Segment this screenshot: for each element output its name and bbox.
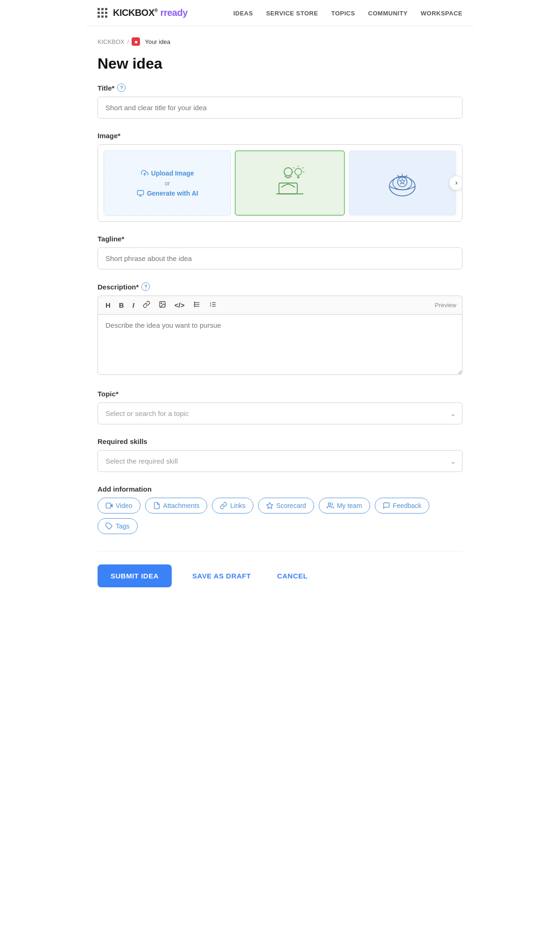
svg-rect-33 [106,503,111,508]
generate-ai-btn[interactable]: Generate with AI [137,190,198,197]
grid-icon[interactable] [98,8,107,18]
svg-point-7 [295,169,302,176]
topic-select[interactable]: Select or search for a topic [98,402,462,424]
info-tag-video[interactable]: Video [98,498,140,514]
info-tag-links[interactable]: Links [212,498,253,514]
toolbar-bold[interactable]: B [117,300,126,310]
brand-logo: KICKBOX® rready [113,7,188,18]
page-content: New idea Title* ? Image* Upload Image [86,46,474,606]
nav-ideas[interactable]: IDEAS [233,10,253,17]
page-title: New idea [98,55,462,72]
tagline-label: Tagline* [98,235,462,243]
svg-line-12 [302,168,303,169]
video-icon [105,502,113,509]
breadcrumb-sep: / [127,38,129,45]
add-info-section: Add information Video Attachments [98,485,462,534]
description-label: Description* ? [98,282,462,291]
toolbar-heading[interactable]: H [104,300,112,310]
attachments-icon [153,502,161,509]
svg-rect-5 [279,183,297,194]
toolbar-image[interactable] [157,300,168,310]
or-text: or [165,180,170,187]
my-team-icon [327,502,334,509]
skills-select[interactable]: Select the required skill [98,450,462,472]
svg-marker-35 [266,502,273,508]
svg-rect-1 [137,190,143,195]
breadcrumb-root[interactable]: KICKBOX [98,38,125,45]
feedback-icon [383,502,390,509]
skills-select-wrapper: Select the required skill ⌄ [98,450,462,472]
image-thumb-2[interactable] [349,150,456,216]
svg-point-23 [161,303,162,304]
toolbar-code[interactable]: </> [173,300,187,310]
toolbar-italic[interactable]: I [131,300,136,310]
tagline-section: Tagline* [98,235,462,269]
preview-btn[interactable]: Preview [435,302,456,309]
info-tag-my-team[interactable]: My team [319,498,370,514]
topic-select-wrapper: Select or search for a topic ⌄ [98,402,462,424]
toolbar-list-ordered[interactable] [207,300,218,310]
hat-illustration [381,164,423,202]
image-section: Image* Upload Image or [98,132,462,222]
info-tag-feedback[interactable]: Feedback [375,498,429,514]
nav-service-store[interactable]: SERVICE STORE [266,10,318,17]
editor-toolbar: H B I </> [98,296,462,314]
skills-label: Required skills [98,437,462,445]
info-tag-scorecard[interactable]: Scorecard [258,498,314,514]
list-ol-icon [209,301,217,308]
navbar: KICKBOX® rready IDEAS SERVICE STORE TOPI… [86,0,474,26]
upload-icon [141,169,148,177]
title-section: Title* ? [98,84,462,119]
nav-workspace[interactable]: WORKSPACE [421,10,462,17]
rready-brand: rready [161,7,188,18]
info-tag-attachments[interactable]: Attachments [145,498,208,514]
svg-point-28 [194,304,195,305]
info-tag-tags[interactable]: Tags [98,518,138,534]
action-bar: SUBMIT IDEA SAVE AS DRAFT CANCEL [98,551,462,587]
your-idea-icon: ■ [132,37,140,46]
carousel-next-btn[interactable] [449,176,462,190]
work-illustration [269,164,311,202]
title-input[interactable] [98,97,462,119]
image-label: Image* [98,132,462,140]
links-icon [220,502,227,509]
toolbar-link[interactable] [141,300,152,310]
link-icon [143,301,150,308]
description-help-icon[interactable]: ? [141,282,150,291]
breadcrumb-current: Your idea [145,38,170,45]
breadcrumb: KICKBOX / ■ Your idea [86,26,474,46]
title-help-icon[interactable]: ? [117,84,126,92]
kickbox-brand: KICKBOX® [113,7,158,18]
add-info-label: Add information [98,485,462,493]
title-label: Title* ? [98,84,462,92]
svg-point-27 [194,302,195,303]
save-draft-button[interactable]: SAVE AS DRAFT [179,564,264,587]
topic-label: Topic* [98,390,462,398]
ai-icon [137,190,144,197]
svg-point-29 [194,306,195,307]
scorecard-icon [266,502,273,509]
svg-point-36 [328,503,330,505]
svg-point-16 [390,177,415,196]
image-upload-box[interactable]: Upload Image or Generate with AI [104,150,231,216]
image-icon [159,301,166,308]
chevron-right-icon [454,180,459,186]
upload-image-btn[interactable]: Upload Image [141,169,194,177]
skills-section: Required skills Select the required skil… [98,437,462,472]
nav-topics[interactable]: TOPICS [331,10,355,17]
image-picker: Upload Image or Generate with AI [98,144,462,222]
toolbar-list-unordered[interactable] [191,300,203,310]
description-section: Description* ? H B I </> [98,282,462,377]
info-tags-container: Video Attachments Links [98,498,462,534]
description-input[interactable] [98,314,462,375]
svg-line-13 [293,168,294,169]
submit-idea-button[interactable]: SUBMIT IDEA [98,564,172,587]
list-ul-icon [193,301,201,308]
image-thumb-1[interactable] [235,150,344,216]
nav-community[interactable]: COMMUNITY [368,10,408,17]
cancel-button[interactable]: CANCEL [264,564,321,587]
topic-section: Topic* Select or search for a topic ⌄ [98,390,462,424]
tags-icon [105,522,113,530]
nav-links: IDEAS SERVICE STORE TOPICS COMMUNITY WOR… [233,9,462,17]
tagline-input[interactable] [98,247,462,269]
